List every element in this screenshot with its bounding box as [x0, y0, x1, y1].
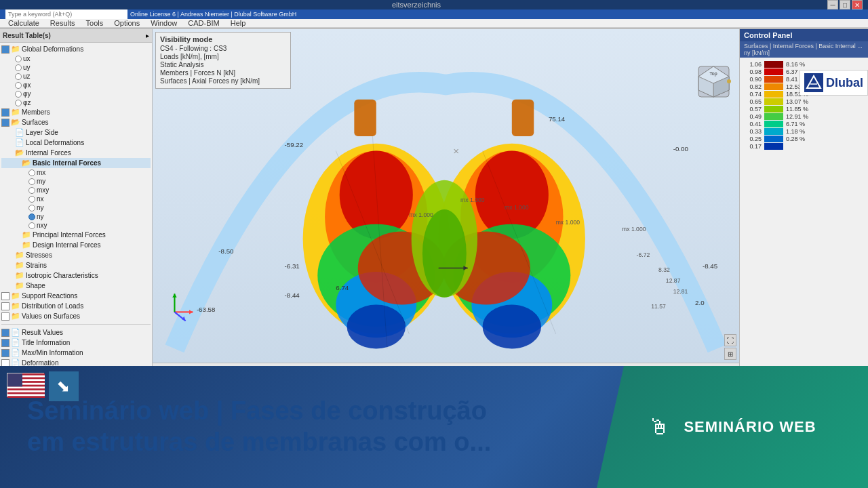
tree-surfaces[interactable]: 📂 Surfaces [1, 117, 151, 127]
legend-percent-label: 1.18 % [786, 128, 805, 135]
radio-nx[interactable] [28, 196, 35, 203]
tree-dist-loads[interactable]: 📁 Distribution of Loads [1, 301, 151, 311]
tree-ny-selected[interactable]: ny [1, 212, 151, 221]
menu-calculate[interactable]: Calculate [3, 19, 45, 27]
cb-surfaces[interactable] [1, 119, 9, 127]
svg-text:75.14: 75.14 [549, 115, 566, 123]
close-btn[interactable]: ✕ [852, 0, 863, 9]
tree-mx[interactable]: mx [1, 168, 151, 177]
legend-value-label: 0.65 [743, 98, 762, 105]
tree-local-def[interactable]: 📄 Local Deformations [1, 138, 151, 148]
keyword-search-input[interactable] [5, 9, 127, 19]
tree-isotropic[interactable]: 📁 Isotropic Characteristics [1, 270, 151, 281]
cb-dist-loads[interactable] [1, 302, 9, 310]
radio-ny[interactable] [28, 205, 35, 211]
nav-cube[interactable]: Top [695, 63, 732, 103]
tree-design[interactable]: 📁 Design Internal Forces [1, 240, 151, 250]
radio-phiz[interactable] [15, 100, 22, 106]
tree-ux[interactable]: ux [1, 54, 151, 63]
radio-my[interactable] [28, 178, 35, 185]
svg-text:2.0: 2.0 [695, 299, 705, 306]
legend-item: 0.331.18 % [743, 128, 865, 135]
tree-values-surfaces[interactable]: 📁 Values on Surfaces [1, 311, 151, 321]
legend-value-label: 0.25 [743, 136, 762, 142]
menu-results[interactable]: Results [45, 19, 81, 27]
tree-mxy[interactable]: mxy [1, 186, 151, 195]
table-btn[interactable]: ⊞ [724, 348, 736, 360]
menu-help[interactable]: Help [225, 19, 252, 27]
menu-cad-bim[interactable]: CAD-BIM [182, 19, 224, 27]
tree-phi-y[interactable]: φy [1, 89, 151, 98]
tree-support[interactable]: 📁 Support Reactions [1, 291, 151, 301]
legend-percent-label: 13.07 % [786, 98, 808, 105]
svg-rect-65 [7, 390, 45, 392]
radio-nxy[interactable] [28, 222, 35, 229]
banner-title-1: Seminário web | Fases de construção [27, 396, 570, 427]
svg-rect-17 [512, 100, 534, 136]
control-panel-subtitle: Surfaces | Internal Forces | Basic Inter… [740, 41, 868, 58]
tree-title-info[interactable]: 📄 Title Information [1, 338, 151, 348]
folder-icon-title: 📄 [11, 338, 20, 347]
viewport[interactable]: Visibility mode CS4 - Following : CS3 Lo… [153, 29, 739, 390]
radio-ny-selected[interactable] [28, 214, 35, 220]
tree-basic-internal[interactable]: 📂 Basic Internal Forces [1, 158, 151, 168]
license-text: Online License 6 | Andreas Niemeier | Dl… [130, 11, 296, 18]
menu-window[interactable]: Window [145, 19, 182, 27]
cb-support[interactable] [1, 292, 9, 300]
tree-ny[interactable]: ny [1, 203, 151, 212]
svg-text:Top: Top [709, 71, 717, 77]
maximize-btn[interactable]: □ [840, 0, 850, 9]
cb-result-values[interactable] [1, 329, 9, 337]
minimize-btn[interactable]: ─ [827, 0, 838, 9]
left-panel-header: Result Table(s) ▸ [0, 29, 152, 43]
tree-phi-z[interactable]: φz [1, 98, 151, 107]
radio-phiy[interactable] [15, 91, 22, 98]
tree-global-deformations[interactable]: 📁 Global Deformations [1, 44, 151, 54]
tree-nx[interactable]: nx [1, 195, 151, 203]
banner-badge: SEMINÁRIO WEB [684, 418, 816, 436]
tree-internal-forces[interactable]: 📂 Internal Forces [1, 148, 151, 158]
radio-uy[interactable] [15, 64, 22, 71]
cb-maxmin[interactable] [1, 349, 9, 357]
tree-members[interactable]: 📁 Members [1, 107, 151, 117]
legend-value-label: 0.57 [743, 106, 762, 113]
radio-phix[interactable] [15, 82, 22, 89]
radio-mxy[interactable] [28, 187, 35, 194]
menu-tools[interactable]: Tools [81, 19, 109, 27]
tree-result-values[interactable]: 📄 Result Values [1, 327, 151, 338]
tree-principal[interactable]: 📁 Principal Internal Forces [1, 230, 151, 240]
legend-value-label: 0.82 [743, 83, 762, 90]
cb-values-surfaces[interactable] [1, 312, 9, 321]
cb-global-def[interactable] [1, 45, 9, 54]
menu-bar: Calculate Results Tools Options Window C… [0, 19, 868, 28]
menu-options[interactable]: Options [108, 19, 145, 27]
tree-my[interactable]: my [1, 177, 151, 186]
panel-close[interactable]: ▸ [146, 32, 149, 39]
svg-text:-8.45: -8.45 [703, 262, 717, 270]
svg-rect-64 [7, 386, 45, 388]
legend-percent-label: 0.28 % [786, 136, 805, 142]
radio-uz[interactable] [15, 73, 22, 80]
banner-right: 🖱 SEMINÁRIO WEB [597, 366, 868, 488]
tree-maxmin[interactable]: 📄 Max/Min Information [1, 348, 151, 358]
cb-members[interactable] [1, 108, 9, 117]
radio-ux[interactable] [15, 56, 22, 62]
radio-mx[interactable] [28, 169, 35, 176]
tree-uy[interactable]: uy [1, 63, 151, 72]
folder-icon-dist: 📁 [11, 302, 20, 310]
legend-value-label: 0.98 [743, 68, 762, 75]
tree-uz[interactable]: uz [1, 72, 151, 81]
fullscreen-btn[interactable]: ⛶ [724, 334, 736, 346]
tree-phi-x[interactable]: φx [1, 81, 151, 89]
tree-shape[interactable]: 📁 Shape [1, 281, 151, 291]
legend-percent-label: 11.85 % [786, 106, 808, 113]
tree-strains[interactable]: 📁 Strains [1, 260, 151, 270]
cb-title[interactable] [1, 339, 9, 347]
tree-layer-side[interactable]: 📄 Layer Side [1, 127, 151, 138]
svg-text:-8.50: -8.50 [218, 247, 234, 255]
tree-stresses[interactable]: 📁 Stresses [1, 250, 151, 260]
legend-color-box [764, 136, 783, 142]
tree-nxy[interactable]: nxy [1, 221, 151, 230]
folder-icon-stresses: 📁 [15, 251, 24, 260]
right-panel: Control Panel Surfaces | Internal Forces… [739, 29, 868, 390]
